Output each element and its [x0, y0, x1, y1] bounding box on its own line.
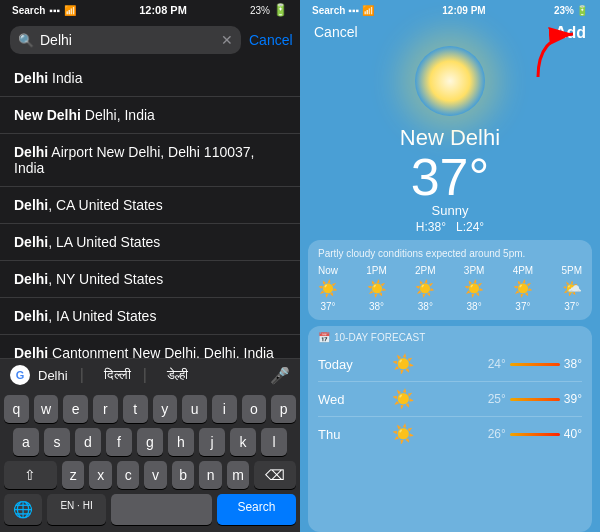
result-text: Delhi Airport New Delhi, Delhi 110037, I… — [14, 144, 286, 176]
key-f[interactable]: f — [106, 428, 132, 456]
key-p[interactable]: p — [271, 395, 296, 423]
key-b[interactable]: b — [172, 461, 194, 489]
low-temp: L:24° — [456, 220, 484, 234]
search-bar-container: 🔍 ✕ Cancel — [0, 20, 300, 60]
suggestion-hindi2[interactable]: डेल्ही — [167, 367, 188, 383]
key-m[interactable]: m — [227, 461, 249, 489]
hour-label-3pm: 3PM — [464, 265, 485, 276]
forecast-icon-thu: ☀️ — [368, 423, 437, 445]
time-right: 12:09 PM — [442, 5, 485, 16]
search-input-box[interactable]: 🔍 ✕ — [10, 26, 241, 54]
key-s[interactable]: s — [44, 428, 70, 456]
mic-icon[interactable]: 🎤 — [270, 366, 290, 385]
battery-icon-left: 🔋 — [273, 3, 288, 17]
sun-visual — [300, 46, 600, 121]
key-j[interactable]: j — [199, 428, 225, 456]
list-item[interactable]: Delhi, IA United States — [0, 298, 300, 335]
sun-glow — [415, 46, 485, 116]
key-y[interactable]: y — [153, 395, 178, 423]
key-l[interactable]: l — [261, 428, 287, 456]
key-e[interactable]: e — [63, 395, 88, 423]
key-v[interactable]: v — [144, 461, 166, 489]
status-right-left: Search ▪▪▪ 📶 — [312, 5, 374, 16]
search-label-right: Search — [312, 5, 345, 16]
battery-icon-right: 🔋 — [576, 5, 588, 16]
search-input[interactable] — [40, 32, 215, 48]
hour-label-4pm: 4PM — [513, 265, 534, 276]
forecast-day-today: Today — [318, 357, 362, 372]
result-text: Delhi Cantonment New Delhi, Delhi, India — [14, 345, 286, 358]
globe-key[interactable]: 🌐 — [4, 494, 42, 525]
key-o[interactable]: o — [242, 395, 267, 423]
status-left-info: Search ▪▪▪ 📶 — [12, 5, 76, 16]
key-a[interactable]: a — [13, 428, 39, 456]
forecast-hi-wed: 39° — [564, 392, 582, 406]
lang-key[interactable]: EN · HI — [47, 494, 106, 525]
key-u[interactable]: u — [182, 395, 207, 423]
key-k[interactable]: k — [230, 428, 256, 456]
partly-cloudy-note: Partly cloudy conditions expected around… — [318, 248, 582, 259]
hour-item-2pm: 2PM ☀️ 38° — [415, 265, 436, 312]
hour-item-1pm: 1PM ☀️ 38° — [366, 265, 387, 312]
cancel-button-left[interactable]: Cancel — [249, 32, 293, 48]
key-row-1: q w e r t y u i o p — [4, 395, 296, 423]
shift-key[interactable]: ⇧ — [4, 461, 57, 489]
key-i[interactable]: i — [212, 395, 237, 423]
suggestion-delhi[interactable]: Delhi — [38, 368, 68, 383]
hour-icon-4pm: ☀️ — [513, 279, 533, 298]
calendar-icon: 📅 — [318, 332, 330, 343]
forecast-lo-thu: 26° — [488, 427, 506, 441]
signal-right: ▪▪▪ — [348, 5, 359, 16]
left-panel: Search ▪▪▪ 📶 12:08 PM 23% 🔋 🔍 ✕ Cancel D… — [0, 0, 300, 532]
forecast-hi-thu: 40° — [564, 427, 582, 441]
key-x[interactable]: x — [89, 461, 111, 489]
hour-temp-2pm: 38° — [418, 301, 433, 312]
list-item[interactable]: Delhi, CA United States — [0, 187, 300, 224]
result-text: Delhi, LA United States — [14, 234, 286, 250]
suggestion-hindi1[interactable]: दिल्ली — [104, 367, 131, 383]
key-g[interactable]: g — [137, 428, 163, 456]
key-d[interactable]: d — [75, 428, 101, 456]
key-h[interactable]: h — [168, 428, 194, 456]
hour-icon-now: ☀️ — [318, 279, 338, 298]
key-q[interactable]: q — [4, 395, 29, 423]
clear-button[interactable]: ✕ — [221, 32, 233, 48]
signal-bars-left: ▪▪▪ — [49, 5, 60, 16]
weather-cancel-button[interactable]: Cancel — [314, 24, 358, 40]
hour-item-4pm: 4PM ☀️ 37° — [513, 265, 534, 312]
search-button[interactable]: Search — [217, 494, 296, 525]
key-row-4: 🌐 EN · HI Search — [4, 494, 296, 525]
list-item[interactable]: Delhi Airport New Delhi, Delhi 110037, I… — [0, 134, 300, 187]
high-temp: H:38° — [416, 220, 446, 234]
list-item[interactable]: Delhi India — [0, 60, 300, 97]
forecast-lo-wed: 25° — [488, 392, 506, 406]
list-item[interactable]: Delhi Cantonment New Delhi, Delhi, India — [0, 335, 300, 358]
hour-temp-3pm: 38° — [467, 301, 482, 312]
key-z[interactable]: z — [62, 461, 84, 489]
weather-add-button[interactable]: Add — [555, 24, 586, 42]
google-suggestion-bar: G Delhi | दिल्ली | डेल्ही 🎤 — [0, 359, 300, 391]
key-r[interactable]: r — [93, 395, 118, 423]
temp-bar-wed — [510, 398, 560, 401]
hour-label-now: Now — [318, 265, 338, 276]
forecast-header: 📅 10-DAY FORECAST — [318, 332, 582, 343]
key-t[interactable]: t — [123, 395, 148, 423]
list-item[interactable]: Delhi, NY United States — [0, 261, 300, 298]
forecast-day-thu: Thu — [318, 427, 362, 442]
delete-key[interactable]: ⌫ — [254, 461, 296, 489]
key-w[interactable]: w — [34, 395, 59, 423]
search-icon: 🔍 — [18, 33, 34, 48]
hour-item-now: Now ☀️ 37° — [318, 265, 338, 312]
forecast-lo-today: 24° — [488, 357, 506, 371]
key-c[interactable]: c — [117, 461, 139, 489]
space-key[interactable] — [111, 494, 212, 525]
forecast-hi-today: 38° — [564, 357, 582, 371]
key-n[interactable]: n — [199, 461, 221, 489]
list-item[interactable]: New Delhi Delhi, India — [0, 97, 300, 134]
key-row-2: a s d f g h j k l — [4, 428, 296, 456]
list-item[interactable]: Delhi, LA United States — [0, 224, 300, 261]
status-bar-left: Search ▪▪▪ 📶 12:08 PM 23% 🔋 — [0, 0, 300, 20]
search-results: Delhi India New Delhi Delhi, India Delhi… — [0, 60, 300, 358]
google-logo: G — [10, 365, 30, 385]
keyboard-rows: q w e r t y u i o p a s d f g h j k l — [0, 391, 300, 532]
